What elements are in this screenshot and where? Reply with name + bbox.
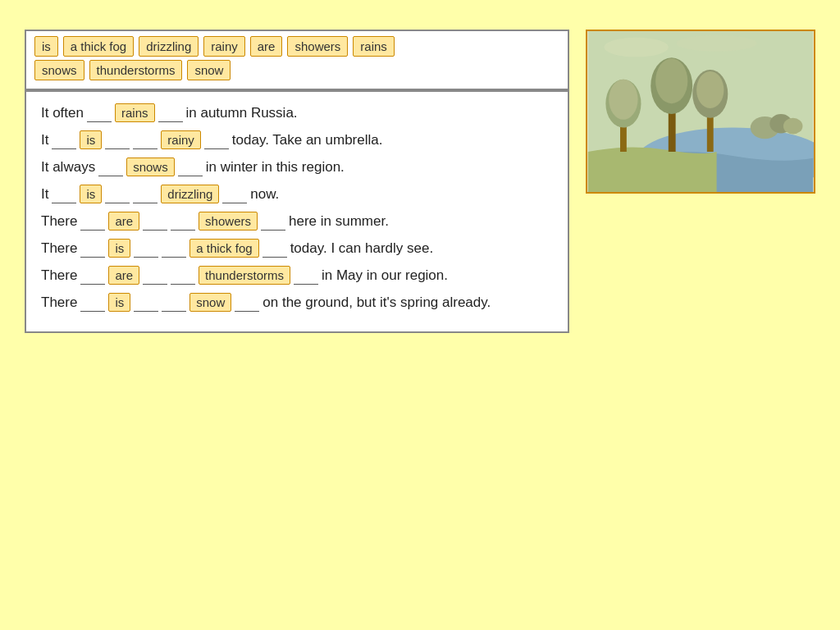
blank-underline [52, 132, 76, 149]
word-chip: drizzling [139, 36, 199, 57]
blank-underline [262, 240, 287, 258]
sentence-text: It often [41, 105, 84, 121]
filled-answer: is [80, 130, 102, 149]
word-chip: showers [287, 36, 348, 57]
sentence-text: in winter in this region. [206, 159, 345, 176]
word-chip: snow [187, 60, 231, 80]
blank-underline [235, 294, 259, 312]
sentence-text: There [41, 240, 77, 257]
sentence-text: here in summer. [289, 213, 389, 230]
blank-underline [80, 294, 105, 312]
blank-underline [98, 159, 123, 176]
blank-underline [204, 132, 229, 149]
landscape-image [586, 30, 815, 194]
sentence-text: in autumn Russia. [186, 105, 298, 121]
blank-underline [105, 186, 130, 203]
svg-point-4 [609, 80, 637, 120]
blank-underline [158, 105, 183, 122]
blank-underline [52, 186, 76, 203]
word-chip: snows [34, 60, 84, 80]
blank-underline [133, 186, 158, 203]
word-chip: are [250, 36, 283, 57]
sentence-row: It always snows in winter in this region… [41, 158, 553, 176]
top-section: isa thick fogdrizzlingrainyareshowersrai… [25, 30, 815, 333]
blank-underline [171, 213, 195, 231]
word-chip: a thick fog [63, 36, 134, 57]
blank-underline [261, 213, 285, 231]
word-chip: rainy [203, 36, 245, 57]
blank-underline [162, 294, 186, 312]
blank-underline [178, 159, 203, 176]
filled-answer: are [108, 212, 139, 231]
filled-answer: rains [115, 103, 155, 122]
svg-point-14 [604, 38, 668, 57]
filled-answer: drizzling [161, 185, 219, 203]
svg-point-10 [696, 71, 724, 108]
sentence-row: There is snow on the ground, but it's sp… [41, 293, 553, 312]
svg-point-7 [655, 58, 687, 103]
filled-answer: snows [126, 158, 175, 176]
svg-point-13 [783, 118, 803, 135]
sentence-row: There are thunderstorms in May in our re… [41, 266, 553, 285]
blank-underline [134, 294, 158, 312]
sentence-row: There are showers here in summer. [41, 212, 553, 231]
blank-underline [162, 240, 186, 258]
page: isa thick fogdrizzlingrainyareshowersrai… [0, 0, 840, 630]
exercise-box: It often rains in autumn Russia.It is ra… [25, 90, 569, 333]
word-chip: thunderstorms [89, 60, 183, 80]
sentence-text: today. Take an umbrella. [232, 132, 383, 148]
blank-underline [133, 132, 158, 149]
sentence-text: on the ground, but it's spring already. [262, 294, 491, 311]
sentence-row: There is a thick fog today. I can hardly… [41, 239, 553, 258]
word-chip: rains [353, 36, 395, 57]
sentence-text: in May in our region. [322, 267, 448, 284]
sentence-text: It always [41, 159, 95, 176]
sentence-text: today. I can hardly see. [290, 240, 434, 257]
word-chip: is [34, 36, 58, 57]
filled-answer: is [108, 293, 130, 312]
sentence-text: It [41, 186, 48, 203]
blank-underline [80, 240, 105, 258]
filled-answer: are [108, 266, 139, 285]
blank-underline [105, 132, 130, 149]
sentence-text: There [41, 213, 77, 230]
filled-answer: thunderstorms [199, 266, 290, 285]
sentence-row: It is drizzling now. [41, 185, 553, 203]
sentence-text: It [41, 132, 48, 148]
blank-underline [222, 186, 247, 203]
filled-answer: a thick fog [189, 239, 258, 258]
blank-underline [80, 267, 105, 285]
word-bank-row2: snowsthunderstormssnow [34, 60, 559, 80]
blank-underline [171, 267, 195, 285]
filled-answer: showers [199, 212, 258, 231]
word-bank: isa thick fogdrizzlingrainyareshowersrai… [25, 30, 569, 90]
svg-point-15 [677, 35, 757, 52]
blank-underline [87, 105, 112, 122]
blank-underline [143, 267, 167, 285]
filled-answer: is [108, 239, 130, 258]
word-bank-row1: isa thick fogdrizzlingrainyareshowersrai… [34, 36, 559, 57]
sentence-text: now. [250, 186, 279, 203]
sentence-row: It often rains in autumn Russia. [41, 103, 553, 122]
left-panel: isa thick fogdrizzlingrainyareshowersrai… [25, 30, 569, 333]
blank-underline [80, 213, 105, 231]
sentence-text: There [41, 294, 77, 311]
blank-underline [143, 213, 167, 231]
filled-answer: rainy [161, 130, 201, 149]
blank-underline [294, 267, 318, 285]
sentence-text: There [41, 267, 77, 284]
filled-answer: is [80, 185, 102, 203]
sentence-row: It is rainy today. Take an umbrella. [41, 130, 553, 149]
blank-underline [134, 240, 158, 258]
filled-answer: snow [189, 293, 231, 312]
